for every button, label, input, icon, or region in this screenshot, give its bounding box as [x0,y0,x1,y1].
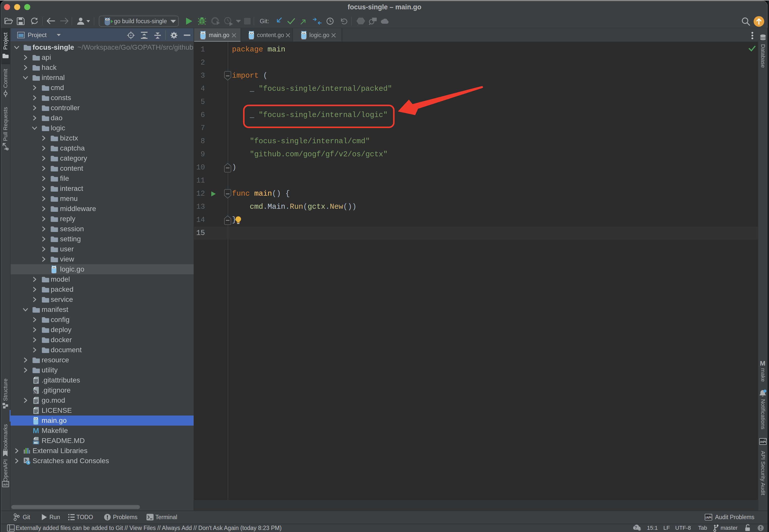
svg-text:/API: /API [705,516,711,519]
svg-text:?: ? [635,525,637,530]
svg-text:/API: /API [3,483,8,486]
